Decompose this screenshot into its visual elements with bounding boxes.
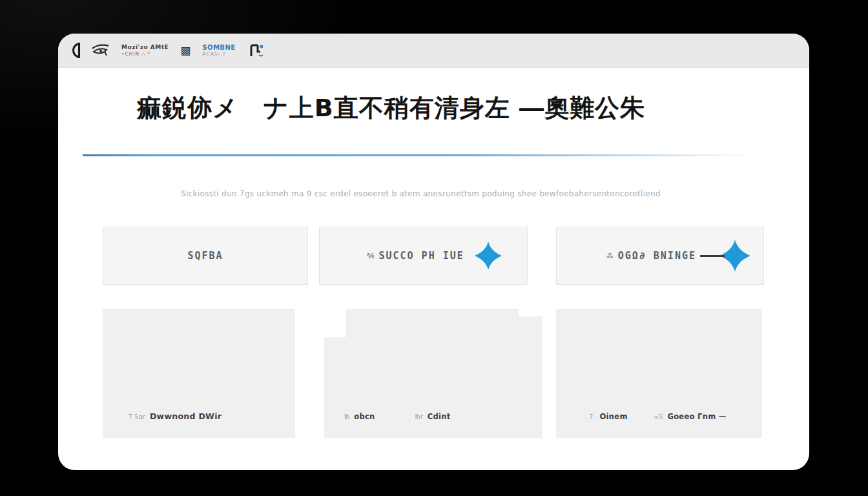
caption-muted: T 5ar — [129, 413, 145, 420]
caption-muted: 7. — [589, 413, 595, 420]
mozilla-wordmark-line2: •CHIN ∴ ⁹ — [121, 52, 169, 57]
caption-strong: obcn — [354, 412, 375, 421]
action-card-sqfba[interactable]: SQFBA — [103, 227, 308, 285]
eye-icon — [92, 43, 110, 58]
preview-panel-right[interactable]: 7. Oinem ∞S Goeeo Γnm — — [556, 309, 762, 438]
mozilla-wordmark-line1: Mozi'zo AMtE — [121, 45, 169, 50]
caption-strong: Dwwnond DWir — [150, 411, 222, 421]
caption-strong: Goeeo Γnm — — [667, 412, 726, 421]
page-title: 痲鋭㑊メ゙ナ上B直不稍有清身左 ―奧難公朱 — [58, 92, 767, 125]
blue-wordmark-line1: SOMBNE — [202, 45, 235, 51]
sparkle-arrow-icon — [471, 240, 506, 271]
preview-panel-download[interactable]: T 5ar Dwwnond DWir — [103, 309, 295, 438]
semicircle-icon — [72, 43, 80, 58]
caption-strong: Cdint — [428, 412, 451, 421]
caption-muted: ℔r — [415, 413, 423, 420]
panel-caption: ℔ obcn ℔r Cdint — [344, 412, 451, 421]
caption-muted: ∞S — [654, 413, 663, 420]
action-card-succo[interactable]: ℁ SUCCO PH IUE — [319, 227, 528, 285]
arrow-shaft — [700, 255, 725, 257]
mozilla-wordmark: Mozi'zo AMtE •CHIN ∴ ⁹ — [121, 45, 169, 56]
action-card-label: SUCCO PH IUE — [378, 250, 464, 262]
blue-wordmark: SOMBNE ACAS‹.? — [202, 45, 235, 57]
page-description: Sickiossti dun 7gs uckmeh ma 9 csc erdel… — [58, 189, 796, 198]
caption-strong: Oinem — [600, 412, 628, 421]
card-prefix-glyph: ℁ — [367, 252, 374, 260]
desktop-background: { "topbar": { "mozilla_logo": { "line1":… — [0, 0, 868, 496]
door-icon — [247, 42, 264, 59]
panel-caption: T 5ar Dwwnond DWir — [129, 411, 222, 421]
browser-window: Mozi'zo AMtE •CHIN ∴ ⁹ ▩ SOMBNE ACAS‹.? … — [58, 34, 809, 470]
action-card-oggb[interactable]: ⁂ OGΩ∂ BNINGE — [556, 227, 764, 285]
stamp-icon: ▩ — [180, 45, 191, 56]
panel-caption: 7. Oinem ∞S Goeeo Γnm — — [589, 412, 727, 421]
blue-wordmark-line2: ACAS‹.? — [202, 52, 235, 57]
divider-rule — [83, 154, 781, 156]
top-logo-bar: Mozi'zo AMtE •CHIN ∴ ⁹ ▩ SOMBNE ACAS‹.? — [58, 34, 809, 68]
action-card-label: SQFBA — [187, 250, 223, 262]
action-card-label: OGΩ∂ BNINGE — [618, 250, 696, 262]
preview-panel-middle[interactable]: ℔ obcn ℔r Cdint — [324, 337, 542, 438]
card-prefix-glyph: ⁂ — [606, 252, 614, 260]
caption-muted: ℔ — [344, 413, 349, 420]
